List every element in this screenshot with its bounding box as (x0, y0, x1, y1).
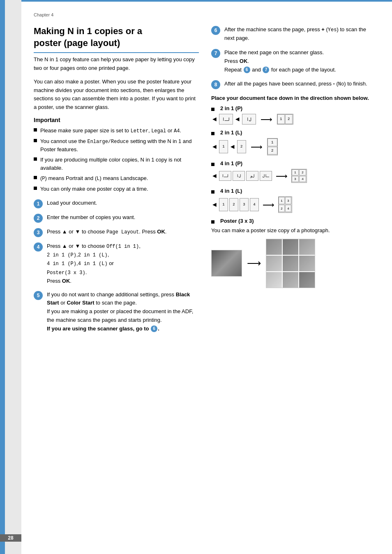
step-4: 4 Press ▲ or ▼ to choose Off(1 in 1), 2 … (34, 242, 199, 286)
step-text-4: Press ▲ or ▼ to choose Off(1 in 1), 2 in… (47, 242, 199, 286)
step-circle-6: 6 (211, 26, 220, 35)
intro-para-2: You can also make a poster. When you use… (34, 78, 199, 112)
poster-cell (266, 239, 282, 255)
step-5: 5 If you do not want to change additiona… (34, 291, 199, 333)
result-2in1p: 1 2 (277, 114, 293, 125)
poster-cell (266, 256, 282, 271)
arrow-right-icon: ⟶ (247, 258, 261, 269)
long-arrow-icon: ⟶ (261, 114, 272, 124)
step-text-8: After all the pages have been scanned, p… (224, 80, 376, 88)
long-arrow-icon: ⟶ (263, 200, 274, 210)
arrow-icon: ◄ (234, 115, 241, 123)
step-circle-4: 4 (34, 242, 43, 252)
step-circle-3: 3 (34, 228, 43, 237)
poster-cell (299, 256, 315, 271)
chapter-label: Chapter 4 (34, 12, 376, 17)
arrow-icon: ◄ (229, 143, 236, 150)
diagram-4in1l: ◄ 1 2 3 4 ⟶ 1 3 2 4 (211, 196, 376, 213)
bullet-icon (34, 139, 37, 142)
step-text-2: Enter the number of copies you want. (47, 213, 199, 222)
step-circle-8: 8 (211, 80, 220, 89)
layout-2in1p: 2 in 1 (P) ◄ لـ‌ا ◄ ل‌ا ⟶ 1 (211, 105, 376, 125)
left-column: Making N in 1 copies or a poster (page l… (34, 25, 199, 538)
main-content: Chapter 4 Making N in 1 copies or a post… (21, 0, 392, 554)
poster-result-grid (266, 239, 315, 288)
list-item: Please make sure paper size is set to Le… (34, 127, 199, 135)
bullet-icon (34, 157, 37, 161)
top-border (0, 0, 392, 2)
grid-cell: 3 (285, 197, 291, 204)
step-text-1: Load your document. (47, 199, 199, 208)
step-circle-2: 2 (34, 214, 43, 223)
bullet-icon (211, 190, 214, 194)
page-mini: ل‌ا (233, 171, 245, 181)
arrow-icon: ◄ (211, 115, 218, 123)
direction-heading: Place your document face down in the dir… (211, 95, 376, 101)
page-mini: لـ‌ا (219, 171, 231, 181)
page-container: 28 Chapter 4 Making N in 1 copies or a p… (0, 0, 392, 554)
list-item: If you are producing multiple color copi… (34, 156, 199, 172)
long-arrow-icon: ⟶ (251, 142, 263, 152)
grid-cell: 3 (292, 176, 299, 182)
step-6: 6 After the machine scans the page, pres… (211, 25, 376, 43)
right-column: 6 After the machine scans the page, pres… (211, 25, 376, 538)
grid-cell: 2 (299, 169, 306, 175)
bullet-icon (34, 176, 37, 179)
layout-4in1l: 4 in 1 (L) ◄ 1 2 3 4 ⟶ 1 3 2 4 (211, 188, 376, 213)
result-2in1l: 1 2 (267, 138, 278, 155)
poster-cell (283, 272, 298, 288)
step-3: 3 Press ▲ or ▼ to choose Page Layout. Pr… (34, 228, 199, 237)
poster-source-photo (211, 250, 242, 277)
long-arrow-icon: ⟶ (276, 171, 288, 181)
grid-cell: 2 (267, 147, 277, 155)
page-title: Making N in 1 copies or a poster (page l… (34, 25, 199, 53)
grid-cell: 1 (292, 169, 299, 175)
grid-cell: 4 (285, 205, 291, 212)
poster-cell (283, 256, 298, 271)
arrow-icon: ◄ (211, 172, 218, 180)
step-8: 8 After all the pages have been scanned,… (211, 80, 376, 89)
step-7: 7 Place the next page on the scanner gla… (211, 48, 376, 74)
bullet-icon (34, 187, 37, 190)
diagram-2in1p: ◄ لـ‌ا ◄ ل‌ا ⟶ 1 2 (211, 114, 376, 125)
page-mini: ـال (260, 171, 272, 181)
grid-cell: 1 (267, 138, 277, 146)
step-circle-5: 5 (34, 291, 43, 300)
bullet-icon (211, 132, 214, 135)
bullet-icon (211, 163, 214, 166)
diagram-2in1l: ◄ 1 ◄ 2 ⟶ 1 2 (211, 138, 376, 155)
step-2: 2 Enter the number of copies you want. (34, 213, 199, 223)
page-mini-tall: 3 (240, 198, 249, 211)
important-list: Please make sure paper size is set to Le… (34, 127, 199, 193)
list-item: (P) means Portrait and (L) means Landsca… (34, 174, 199, 182)
page-mini-tall: 2 (237, 140, 246, 153)
grid-cell: 2 (285, 114, 293, 124)
step-text-7: Place the next page on the scanner glass… (224, 48, 376, 74)
page-mini: ل‌ا (242, 114, 256, 125)
left-sidebar: 28 (0, 0, 21, 554)
layout-4in1p-label: 4 in 1 (P) (211, 160, 376, 166)
poster-heading: Poster (3 x 3) (211, 218, 376, 224)
important-heading: Important (34, 117, 199, 123)
arrow-icon: ◄ (211, 201, 218, 208)
poster-cell (299, 239, 315, 255)
page-mini: لـ‌ا (219, 114, 233, 125)
layout-2in1l: 2 in 1 (L) ◄ 1 ◄ 2 ⟶ 1 2 (211, 129, 376, 155)
grid-cell: 1 (279, 197, 285, 204)
step-circle-7: 7 (211, 49, 220, 58)
page-mini-tall: 1 (219, 198, 228, 211)
bullet-icon (34, 128, 37, 132)
grid-cell: 1 (277, 114, 285, 124)
layout-4in1p: 4 in 1 (P) ◄ لـ‌ا ل‌ا ل‌و ـال ⟶ 1 2 3 (211, 160, 376, 183)
page-mini-tall: 2 (229, 198, 238, 211)
intro-para-1: The N in 1 copy feature can help you sav… (34, 55, 199, 73)
poster-cell (283, 239, 298, 255)
page-mini: ل‌و (246, 171, 258, 181)
list-item: You cannot use the Enlarge/Reduce settin… (34, 137, 199, 154)
two-col-layout: Making N in 1 copies or a poster (page l… (34, 25, 376, 538)
poster-img-area: ⟶ (211, 239, 376, 288)
poster-section: Poster (3 x 3) You can make a poster siz… (211, 218, 376, 288)
layout-2in1l-label: 2 in 1 (L) (211, 129, 376, 136)
poster-cell (266, 272, 282, 288)
arrow-icon: ◄ (211, 143, 218, 150)
